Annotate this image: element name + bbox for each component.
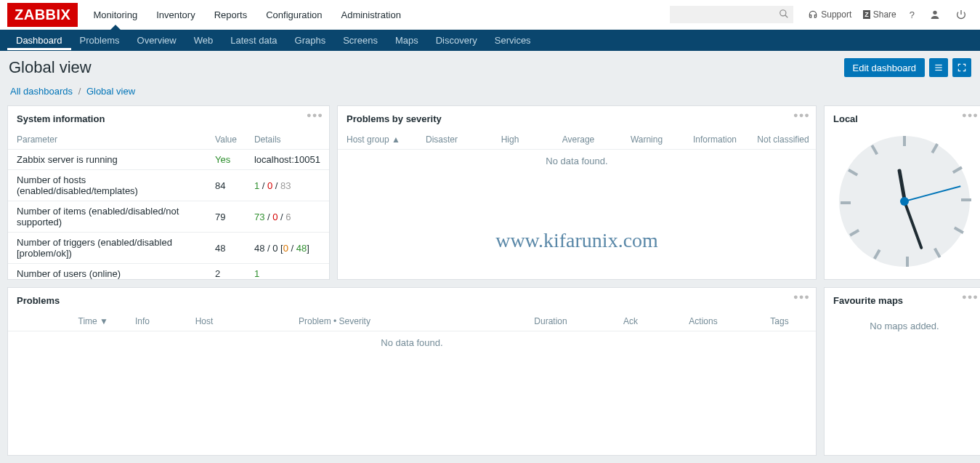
topnav-items: MonitoringInventoryReportsConfigurationA… [84, 1, 410, 29]
topnav-item-monitoring[interactable]: Monitoring [84, 1, 147, 29]
cell-details: 1 / 0 / 83 [246, 170, 329, 201]
breadcrumb-all-dashboards[interactable]: All dashboards [10, 86, 73, 97]
user-button[interactable] [923, 6, 947, 23]
clock-tick [849, 229, 859, 236]
clock-tick [934, 248, 941, 258]
widget-row-1: ●●● System information Parameter Value D… [0, 105, 980, 287]
col-time[interactable]: Time ▼ [8, 312, 117, 331]
page-title: Global view [9, 58, 92, 77]
clock-tick [906, 257, 909, 267]
col-actions[interactable]: Actions [663, 312, 743, 331]
col-duration[interactable]: Duration [503, 312, 598, 331]
col-high[interactable]: High [474, 130, 543, 150]
col-warning[interactable]: Warning [611, 130, 679, 150]
no-data-message: No data found. [338, 150, 816, 173]
power-icon [955, 9, 967, 20]
clock-tick [841, 201, 851, 204]
cell-details: 1 [246, 264, 329, 284]
col-problem-severity[interactable]: Problem • Severity [240, 312, 503, 331]
edit-dashboard-button[interactable]: Edit dashboard [844, 58, 925, 77]
col-disaster[interactable]: Disaster [406, 130, 474, 150]
topnav-item-reports[interactable]: Reports [205, 1, 257, 29]
breadcrumb-separator: / [78, 86, 81, 97]
severity-header-row: Host group ▲DisasterHighAverageWarningIn… [338, 130, 816, 150]
fullscreen-button[interactable] [952, 58, 971, 77]
page-actions: Edit dashboard [844, 58, 971, 77]
cell-details: 73 / 0 / 6 [246, 201, 329, 233]
widget-problems-by-severity: ●●● Problems by severity Host group ▲Dis… [337, 105, 817, 280]
subnav-item-discovery[interactable]: Discovery [427, 31, 486, 50]
clock-tick [848, 169, 858, 176]
breadcrumb: All dashboards / Global view [0, 83, 980, 105]
topnav-item-configuration[interactable]: Configuration [256, 1, 331, 29]
cell-parameter: Zabbix server is running [8, 150, 206, 170]
breadcrumb-current[interactable]: Global view [86, 86, 135, 97]
logo[interactable]: ZABBIX [7, 3, 78, 27]
search-input[interactable] [670, 6, 793, 23]
widget-menu-button[interactable]: ●●● [793, 292, 810, 301]
share-link[interactable]: Z Share [859, 7, 901, 23]
subnav-item-dashboard[interactable]: Dashboard [7, 31, 71, 50]
headset-icon [808, 9, 818, 20]
widget-menu-button[interactable]: ●●● [793, 110, 810, 119]
col-parameter[interactable]: Parameter [8, 130, 206, 150]
share-label: Share [873, 9, 896, 20]
col-info[interactable]: Info [117, 312, 168, 331]
col-value[interactable]: Value [206, 130, 246, 150]
cell-value: 48 [206, 233, 246, 264]
col-not-classified[interactable]: Not classified [748, 130, 816, 150]
col-ack[interactable]: Ack [598, 312, 663, 331]
subnav-item-graphs[interactable]: Graphs [286, 31, 335, 50]
table-row: Number of items (enabled/disabled/not su… [8, 201, 329, 233]
power-button[interactable] [949, 6, 973, 23]
widget-menu-button[interactable]: ●●● [962, 292, 979, 301]
table-row: Zabbix server is runningYeslocalhost:100… [8, 150, 329, 170]
table-row: Number of triggers (enabled/disabled [pr… [8, 233, 329, 264]
col-host-group-[interactable]: Host group ▲ [338, 130, 406, 150]
clock-tick [931, 143, 939, 153]
subnav-item-web[interactable]: Web [185, 31, 222, 50]
widget-title: Local [825, 106, 980, 130]
widget-menu-button[interactable]: ●●● [307, 110, 323, 119]
z-icon: Z [863, 10, 870, 19]
subnav-item-problems[interactable]: Problems [71, 31, 129, 50]
subnav-item-screens[interactable]: Screens [334, 31, 386, 50]
page-header: Global view Edit dashboard [0, 51, 980, 83]
help-button[interactable]: ? [904, 7, 920, 23]
topnav-item-inventory[interactable]: Inventory [147, 1, 204, 29]
widget-local-clock: ●●● Local [824, 105, 980, 280]
search-icon[interactable] [779, 9, 789, 19]
search-wrap [670, 6, 793, 23]
dashboard-list-button[interactable] [929, 58, 948, 77]
clock-tick [873, 249, 880, 259]
col-average[interactable]: Average [543, 130, 611, 150]
clock-second-hand [904, 185, 961, 202]
col-host[interactable]: Host [168, 312, 240, 331]
subnav-item-maps[interactable]: Maps [386, 31, 427, 50]
col-tags[interactable]: Tags [743, 312, 816, 331]
no-data-message: No data found. [8, 331, 816, 355]
support-link[interactable]: Support [803, 7, 856, 23]
svg-point-2 [933, 11, 936, 15]
user-icon [929, 9, 941, 20]
subnav-item-overview[interactable]: Overview [129, 31, 185, 50]
clock-center-dot [900, 197, 909, 206]
widget-title: System information [8, 106, 329, 130]
sysinfo-header-row: Parameter Value Details [8, 130, 329, 150]
col-details[interactable]: Details [246, 130, 329, 150]
problems-header-row: Time ▼ Info Host Problem • Severity Dura… [8, 312, 816, 331]
problems-table: Time ▼ Info Host Problem • Severity Dura… [8, 312, 816, 354]
subnav-item-services[interactable]: Services [486, 31, 540, 50]
widget-problems: ●●● Problems Time ▼ Info Host Problem • … [7, 287, 817, 456]
cell-parameter: Number of hosts (enabled/disabled/templa… [8, 170, 206, 201]
col-information[interactable]: Information [679, 130, 748, 150]
widget-menu-button[interactable]: ●●● [962, 110, 979, 119]
widget-title: Problems [8, 288, 816, 312]
cell-parameter: Number of items (enabled/disabled/not su… [8, 201, 206, 233]
widget-title: Problems by severity [338, 106, 816, 130]
topnav-item-administration[interactable]: Administration [332, 1, 410, 29]
cell-value: Yes [206, 150, 246, 170]
list-icon [934, 63, 944, 73]
subnav-item-latest-data[interactable]: Latest data [222, 31, 286, 50]
widget-title: Favourite maps [825, 288, 980, 312]
